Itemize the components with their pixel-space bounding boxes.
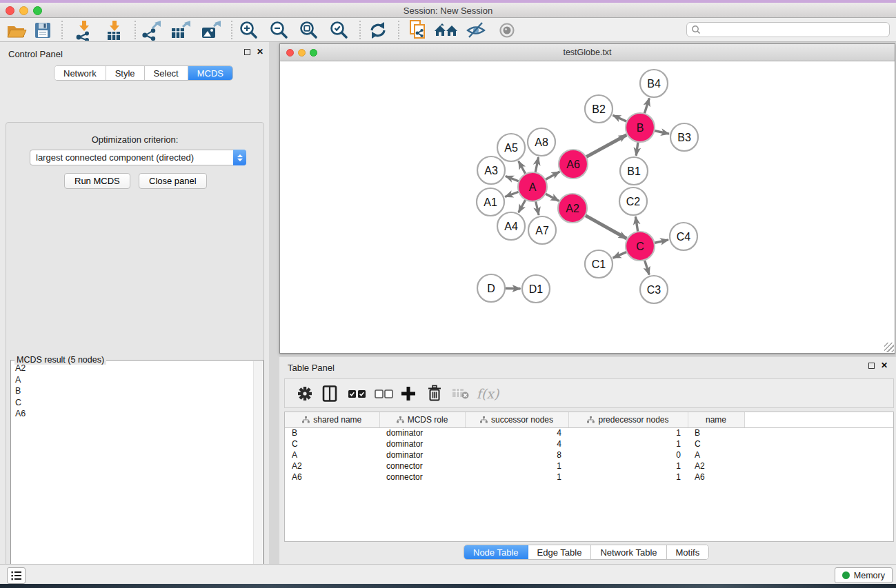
graph-node-A1[interactable]: A1 (477, 188, 504, 216)
table-cell[interactable]: 4 (465, 438, 568, 449)
memory-button[interactable]: Memory (835, 567, 893, 583)
graph-node-B3[interactable]: B3 (670, 123, 698, 151)
zoom-in-icon[interactable] (237, 19, 261, 41)
tab-network-table[interactable]: Network Table (591, 545, 666, 559)
graph-node-A5[interactable]: A5 (497, 134, 525, 161)
graph-node-A6[interactable]: A6 (559, 150, 588, 179)
graph-node-A3[interactable]: A3 (477, 156, 505, 184)
export-network-icon[interactable] (139, 19, 164, 41)
select-stepper-icon[interactable] (233, 150, 246, 165)
table-row[interactable]: A6connector11A6 (285, 472, 893, 483)
table-cell[interactable]: A2 (285, 460, 379, 472)
table-cell[interactable]: dominator (379, 427, 465, 438)
tab-network[interactable]: Network (54, 66, 106, 80)
table-cell[interactable]: A6 (285, 472, 379, 483)
graph-edge-C-C1[interactable] (613, 251, 628, 258)
save-session-icon[interactable] (30, 19, 55, 41)
result-list-item[interactable]: A2 (12, 363, 253, 375)
table-cell[interactable]: 0 (568, 449, 688, 460)
zoom-selected-icon[interactable] (327, 19, 352, 41)
network-window-titlebar[interactable]: testGlobe.txt (280, 44, 895, 61)
graph-node-A[interactable]: A (518, 172, 547, 201)
graph-node-A7[interactable]: A7 (528, 216, 556, 244)
graph-node-C2[interactable]: C2 (619, 187, 647, 215)
table-cell[interactable]: A2 (688, 460, 744, 472)
graph-edge-B-B2[interactable] (613, 115, 629, 122)
zoom-fit-icon[interactable] (297, 19, 321, 41)
table-row[interactable]: Cdominator41C (285, 438, 893, 449)
table-cell[interactable]: B (688, 427, 744, 438)
graph-edge-B-B4[interactable] (644, 99, 650, 116)
search-input[interactable] (701, 23, 889, 36)
result-list-item[interactable]: C (12, 398, 253, 409)
table-cell[interactable]: connector (379, 472, 465, 483)
table-cell[interactable]: A (285, 449, 379, 460)
network-graph[interactable]: B4B2BB3A8A5A6A3B1AA1C2A2A4A7C4CC1DD1C3 (280, 61, 895, 353)
tab-motifs[interactable]: Motifs (667, 545, 709, 559)
graph-edge-B-B3[interactable] (653, 130, 669, 134)
column-header-name[interactable]: name (688, 412, 744, 427)
table-cell[interactable]: 8 (465, 449, 568, 460)
graph-edge-A-A2[interactable] (544, 193, 559, 201)
tab-edge-table[interactable]: Edge Table (528, 545, 592, 559)
result-list-item[interactable]: A (12, 375, 253, 387)
graph-node-C3[interactable]: C3 (640, 276, 668, 303)
column-header-shared-name[interactable]: shared name (285, 412, 379, 427)
graph-node-C1[interactable]: C1 (585, 250, 613, 278)
graph-node-A4[interactable]: A4 (497, 212, 525, 240)
result-scrollbar[interactable] (253, 361, 262, 588)
search-field[interactable] (686, 22, 890, 37)
column-header-mcds-role[interactable]: MCDS role (379, 412, 465, 427)
graph-node-B[interactable]: B (626, 113, 655, 142)
select-all-icon[interactable] (346, 383, 368, 404)
table-cell[interactable]: B (285, 427, 379, 438)
tab-node-table[interactable]: Node Table (464, 545, 528, 559)
table-row[interactable]: Adominator80A (285, 449, 893, 460)
show-columns-icon[interactable] (319, 383, 341, 404)
run-mcds-button[interactable]: Run MCDS (64, 173, 130, 189)
table-cell[interactable]: 1 (465, 460, 568, 472)
delete-table-icon[interactable] (450, 383, 472, 404)
graph-edge-A6-B[interactable] (584, 135, 626, 158)
table-cell[interactable]: connector (379, 460, 465, 472)
table-cell[interactable]: 1 (568, 438, 688, 449)
optimization-criterion-select[interactable]: largest connected component (directed) (30, 150, 246, 165)
close-panel-icon[interactable]: ✕ (257, 48, 263, 55)
table-cell[interactable]: C (285, 438, 379, 449)
float-table-panel-icon[interactable] (868, 363, 875, 369)
table-cell[interactable]: 1 (568, 472, 688, 483)
tab-select[interactable]: Select (145, 66, 188, 80)
import-network-icon[interactable] (72, 19, 97, 41)
graph-edge-C-C2[interactable] (635, 216, 638, 234)
create-column-icon[interactable] (397, 383, 419, 404)
close-panel-button[interactable]: Close panel (139, 173, 207, 189)
network-canvas[interactable]: B4B2BB3A8A5A6A3B1AA1C2A2A4A7C4CC1DD1C3 (280, 61, 895, 353)
function-builder-icon[interactable]: f(x) (477, 383, 499, 404)
graph-node-D[interactable]: D (477, 274, 505, 302)
graph-node-B4[interactable]: B4 (640, 70, 668, 97)
graph-edge-A-A4[interactable] (519, 198, 527, 212)
delete-column-trash-icon[interactable] (424, 383, 446, 404)
window-resize-grip[interactable] (884, 343, 894, 352)
graph-node-A2[interactable]: A2 (558, 194, 587, 223)
graph-node-A8[interactable]: A8 (528, 128, 555, 156)
eye-icon[interactable] (495, 19, 519, 41)
result-list-item[interactable]: B (12, 386, 253, 398)
open-file-icon[interactable] (4, 19, 29, 41)
result-list-item[interactable]: A6 (12, 409, 253, 420)
table-cell[interactable]: C (688, 438, 744, 449)
deselect-all-icon[interactable] (372, 383, 395, 404)
graph-edge-A-A8[interactable] (535, 157, 539, 174)
table-cell[interactable]: 1 (465, 472, 568, 483)
graph-node-B1[interactable]: B1 (620, 157, 648, 185)
table-cell[interactable]: A6 (688, 472, 744, 483)
column-header-successor-nodes[interactable]: successor nodes (465, 412, 568, 427)
table-settings-gear-icon[interactable] (294, 383, 316, 404)
table-row[interactable]: Bdominator41B (285, 427, 893, 438)
float-panel-icon[interactable] (244, 49, 250, 55)
table-cell[interactable]: 4 (465, 427, 568, 438)
table-row[interactable]: A2connector11A2 (285, 460, 893, 472)
close-table-panel-icon[interactable]: ✕ (881, 362, 888, 369)
task-history-button[interactable] (7, 567, 26, 584)
graph-edge-A-A5[interactable] (519, 161, 527, 176)
